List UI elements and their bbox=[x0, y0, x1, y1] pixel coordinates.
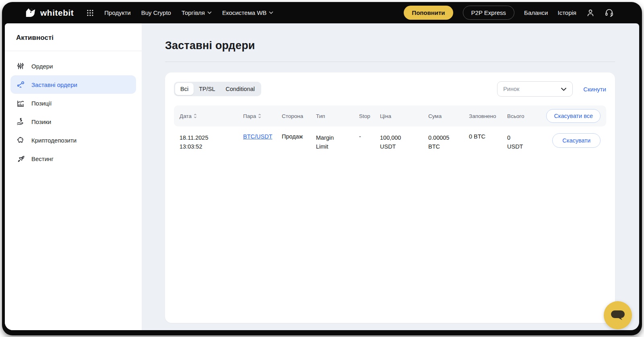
sort-icon bbox=[258, 114, 261, 118]
sidebar-item-margin-orders[interactable]: Заставні ордери bbox=[10, 75, 136, 94]
column-header-pair[interactable]: Пара bbox=[243, 113, 282, 119]
table-header-row: Дата Пара Сторона Тип Stop Ціна bbox=[174, 105, 606, 126]
sidebar-item-label: Ордери bbox=[31, 63, 53, 70]
margin-orders-icon bbox=[16, 80, 25, 89]
cell-side: Продаж bbox=[282, 133, 316, 140]
deposit-button[interactable]: Поповнити bbox=[404, 6, 453, 20]
table-row: 18.11.2025 13:03:52 BTC/USDT Продаж Marg… bbox=[174, 126, 606, 158]
activities-sidebar: Активності Ордери bbox=[5, 23, 142, 330]
cell-pair: BTC/USDT bbox=[243, 133, 282, 140]
nav-item-label: Екосистема WB bbox=[222, 9, 267, 16]
support-chat-button[interactable] bbox=[604, 301, 632, 329]
content-area: Активності Ордери bbox=[5, 23, 639, 330]
orders-card: Всі TP/SL Conditional Ринок Скинути bbox=[165, 72, 615, 323]
pair-link[interactable]: BTC/USDT bbox=[243, 133, 272, 140]
column-header-price: Ціна bbox=[380, 113, 428, 119]
sidebar-item-vesting[interactable]: Вестинг bbox=[10, 149, 136, 168]
support-headset-icon[interactable] bbox=[605, 8, 614, 17]
sidebar-item-crypto-deposits[interactable]: Криптодепозити bbox=[10, 131, 136, 149]
page-title: Заставні ордери bbox=[165, 39, 615, 52]
sort-icon bbox=[194, 114, 197, 118]
market-select[interactable]: Ринок bbox=[497, 81, 573, 97]
piggy-bank-icon bbox=[16, 136, 25, 145]
brand-logo[interactable]: whitebit bbox=[25, 7, 74, 19]
cell-total: 0 USDT bbox=[507, 133, 537, 151]
sidebar-item-label: Позики bbox=[31, 118, 51, 125]
nav-item-label: Торгівля bbox=[182, 9, 205, 16]
cell-filled: 0 BTC bbox=[469, 133, 507, 140]
cell-amount: 0.00005 BTC bbox=[428, 133, 469, 151]
tab-conditional[interactable]: Conditional bbox=[220, 83, 260, 95]
sidebar-item-loans[interactable]: Позики bbox=[10, 112, 136, 131]
sidebar-item-orders[interactable]: Ордери bbox=[10, 57, 136, 75]
chevron-down-icon bbox=[561, 87, 567, 91]
column-header-stop: Stop bbox=[359, 113, 380, 119]
nav-item-buy-crypto[interactable]: Buy Crypto bbox=[141, 9, 171, 16]
nav-item-ecosystem[interactable]: Екосистема WB bbox=[222, 9, 274, 16]
cell-type: Margin Limit bbox=[316, 133, 359, 151]
sidebar-item-positions[interactable]: Позиції bbox=[10, 94, 136, 112]
balances-link[interactable]: Баланси bbox=[524, 9, 548, 16]
whitebit-logo-icon bbox=[25, 7, 37, 19]
tab-tpsl[interactable]: TP/SL bbox=[194, 83, 220, 95]
tab-all[interactable]: Всі bbox=[175, 83, 194, 95]
chevron-down-icon bbox=[269, 11, 273, 14]
cell-price: 100,000 USDT bbox=[380, 133, 428, 151]
title-divider bbox=[165, 62, 615, 62]
sidebar-item-label: Криптодепозити bbox=[31, 137, 76, 144]
top-navbar: whitebit Продукти Buy Crypto Торгівля bbox=[2, 2, 642, 23]
sidebar-item-label: Заставні ордери bbox=[31, 81, 77, 88]
history-link[interactable]: Історія bbox=[557, 9, 576, 16]
column-header-total: Всього bbox=[507, 113, 537, 119]
chevron-down-icon bbox=[207, 11, 212, 14]
rocket-icon bbox=[16, 154, 25, 163]
column-header-filled: Заповнено bbox=[469, 113, 507, 119]
sidebar-title: Активності bbox=[16, 34, 130, 42]
chat-bubble-icon bbox=[610, 309, 625, 321]
column-header-side: Сторона bbox=[282, 113, 316, 119]
reset-filters-link[interactable]: Скинути bbox=[583, 86, 606, 93]
sidebar-item-label: Вестинг bbox=[31, 155, 54, 162]
order-type-tabs: Всі TP/SL Conditional bbox=[174, 82, 261, 96]
market-select-placeholder: Ринок bbox=[503, 86, 519, 92]
sidebar-divider bbox=[5, 51, 142, 51]
cell-stop: - bbox=[359, 133, 380, 140]
column-header-type: Тип bbox=[316, 113, 359, 119]
nav-item-trade[interactable]: Торгівля bbox=[182, 9, 212, 16]
positions-chart-icon bbox=[16, 99, 25, 108]
apps-grid-icon[interactable] bbox=[87, 9, 94, 17]
loan-hand-icon bbox=[16, 117, 25, 126]
cell-date: 18.11.2025 13:03:52 bbox=[180, 133, 243, 151]
brand-name: whitebit bbox=[40, 8, 74, 18]
p2p-express-button[interactable]: P2P Express bbox=[463, 6, 514, 20]
cancel-order-button[interactable]: Скасувати bbox=[552, 133, 601, 148]
app-window: whitebit Продукти Buy Crypto Торгівля bbox=[2, 2, 642, 335]
nav-item-label: Buy Crypto bbox=[141, 9, 171, 16]
sliders-icon bbox=[16, 62, 25, 70]
sidebar-item-label: Позиції bbox=[31, 100, 52, 107]
user-profile-icon[interactable] bbox=[586, 8, 595, 17]
cancel-all-button[interactable]: Скасувати все bbox=[546, 109, 601, 123]
nav-item-label: Продукти bbox=[104, 9, 130, 16]
column-header-date[interactable]: Дата bbox=[180, 113, 243, 119]
column-header-amount: Сума bbox=[428, 113, 469, 119]
main-panel: Заставні ордери Всі TP/SL Conditional Ри… bbox=[142, 23, 639, 330]
nav-item-products[interactable]: Продукти bbox=[104, 9, 130, 16]
